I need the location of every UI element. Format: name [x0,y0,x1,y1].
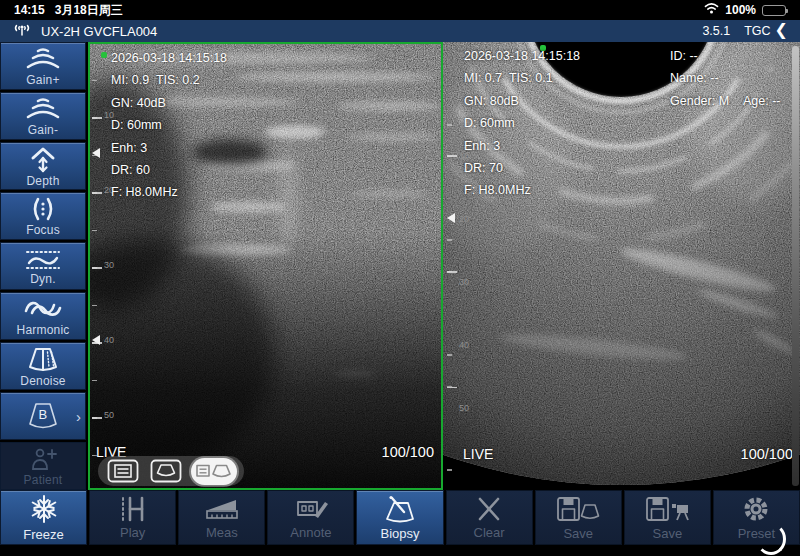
patient-button: Patient [0,442,86,490]
denoise-probe-icon [23,345,63,373]
layout-dual-button[interactable] [191,458,237,485]
sidebar: Gain+ Gain- Depth [0,42,86,490]
save-image-button: Save [535,490,622,545]
sidebar-item-label: Patient [24,473,63,487]
dual-image-viewport: 10 20 30 40 50 2026-03-18 14:15:18 MI: 0… [88,42,800,490]
harmonic-button[interactable]: Harmonic [0,292,86,340]
layout-convex-button[interactable] [148,459,184,483]
floppy-camera-icon [644,494,690,524]
toolbar-item-label: Save [563,526,593,541]
save-video-button: Save [624,490,711,545]
layout-linear-button[interactable] [105,459,141,483]
play-button: Play [89,490,176,545]
clock: 14:15 [14,3,45,17]
sidebar-item-label: Denoise [20,374,65,388]
app-version: 3.5.1 [702,24,730,38]
gain-minus-button[interactable]: Gain- [0,92,86,140]
sidebar-item-label: Gain+ [26,73,59,87]
battery-icon [762,5,786,16]
gain-arcs-icon [22,96,64,122]
mi-tis-value: MI: 0.9 TIS: 0.2 [111,69,227,91]
gain-value: GN: 40dB [111,92,227,114]
bottom-toolbar: Freeze Play Meas [0,490,800,545]
sidebar-item-label: Dyn. [30,272,55,286]
toolbar-item-label: Clear [474,525,505,540]
freeze-button[interactable]: Freeze [0,490,87,545]
biopsy-needle-icon [380,494,420,524]
timestamp: 2026-03-18 14:15:18 [111,47,227,69]
screen-corner-arc [756,523,786,555]
mi-tis-value: MI: 0.7 TIS: 0.1 [464,67,580,89]
main-area: Gain+ Gain- Depth [0,42,800,490]
gain-plus-button[interactable]: Gain+ [0,42,86,90]
timestamp: 2026-03-18 14:15:18 [464,45,580,67]
sidebar-item-label: Gain- [28,123,58,137]
toolbar-item-label: Annote [290,525,331,540]
patient-age: Age: -- [743,90,781,112]
ultrasound-app: 14:15 3月18日周三 100% UX-2H GVCFLA004 [0,0,800,556]
scan-parameters: 2026-03-18 14:15:18 MI: 0.9 TIS: 0.2 GN:… [111,47,227,204]
snowflake-icon [28,493,60,525]
sidebar-item-label: Focus [26,223,60,237]
ruler-wedge-icon [202,495,242,523]
patient-icon [25,446,61,472]
x-icon [474,495,504,523]
frequency-value: F: H8.0MHz [111,181,227,203]
tgc-label: TGC [744,24,770,38]
dynamic-wave-icon [23,247,63,271]
depth-button[interactable]: Depth [0,142,86,190]
patient-name: Name: -- [670,67,781,89]
toolbar-item-label: Freeze [23,527,63,542]
battery-percent: 100% [725,3,756,17]
enhance-value: Enh: 3 [464,135,580,157]
layout-switcher [98,456,244,486]
gain-value: GN: 80dB [464,90,580,112]
b-mode-button[interactable]: B › [0,392,86,440]
frame-counter: 100/100 [382,444,434,460]
toolbar-item-label: Play [120,525,145,540]
expand-chevron-icon: › [76,408,81,425]
bottom-black-strip [0,545,800,556]
clear-button: Clear [446,490,533,545]
denoise-button[interactable]: Denoise [0,342,86,390]
toolbar-item-label: Meas [206,525,238,540]
device-name: UX-2H GVCFLA004 [41,24,157,39]
patient-info: ID: -- Name: -- Gender: M Age: -- [670,45,781,112]
depth-value: D: 60mm [111,114,227,136]
dynamic-range-button[interactable]: Dyn. [0,242,86,290]
patient-id: ID: -- [670,45,781,67]
live-indicator-dot [101,52,107,58]
b-image-linear-pane[interactable]: 10 20 30 40 50 2026-03-18 14:15:18 MI: 0… [88,42,443,490]
wifi-icon [704,3,719,17]
annotate-button: Annote [267,490,354,545]
toolbar-item-label: Save [653,526,683,541]
right-edge-scrollbar[interactable] [792,46,799,486]
status-bar: 14:15 3月18日周三 100% [0,0,800,20]
live-status: LIVE [463,446,493,462]
filmstrip-icon [115,495,151,523]
focus-button[interactable]: Focus [0,192,86,240]
enhance-value: Enh: 3 [111,137,227,159]
dynamic-range-value: DR: 70 [464,157,580,179]
focus-icon [25,196,61,222]
dynamic-range-value: DR: 60 [111,159,227,181]
b-image-radial-pane[interactable]: 10 20 30 40 50 2026-03-18 14:15:18 MI: 0… [443,42,800,490]
frame-counter: 100/100 [741,446,793,462]
app-header: UX-2H GVCFLA004 3.5.1 TGC ❮ [0,20,800,42]
floppy-sector-icon [555,494,601,524]
date: 3月18日周三 [55,2,123,19]
measure-button: Meas [178,490,265,545]
gear-icon [740,494,772,524]
depth-value: D: 60mm [464,112,580,134]
toolbar-item-label: Biopsy [380,526,419,541]
sidebar-item-label: Depth [26,174,59,188]
tgc-button[interactable]: TGC ❮ [744,23,788,39]
frequency-value: F: H8.0MHz [464,179,580,201]
depth-arrow-icon [25,145,61,173]
harmonic-waves-icon [21,296,65,322]
chevron-left-icon: ❮ [775,22,788,38]
biopsy-button[interactable]: Biopsy [356,490,443,545]
sidebar-item-label: Harmonic [17,323,70,337]
probe-wireless-icon [12,23,32,40]
patient-gender: Gender: M [670,90,743,112]
